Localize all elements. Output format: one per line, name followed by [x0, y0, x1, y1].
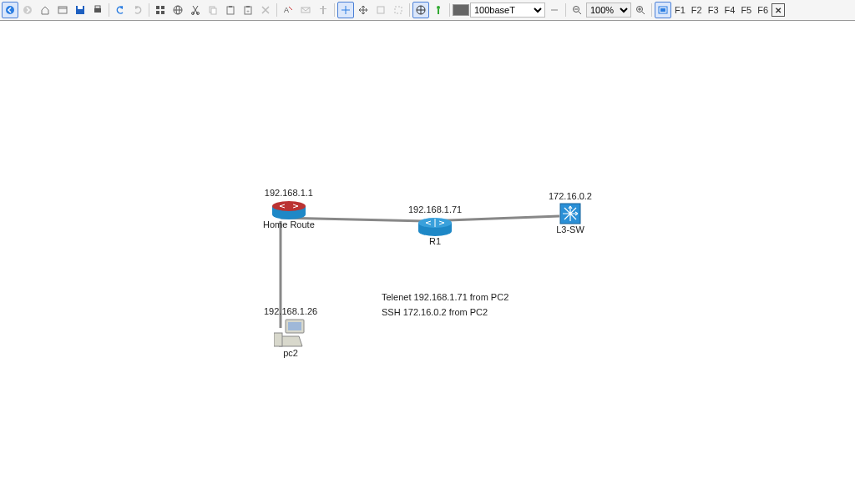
undo-icon[interactable]	[112, 2, 129, 18]
svg-rect-9	[161, 6, 164, 9]
cut-icon[interactable]	[187, 2, 204, 18]
globe-icon[interactable]	[169, 2, 186, 18]
close-panel-icon[interactable]: ✕	[772, 3, 785, 17]
svg-rect-27	[320, 8, 326, 9]
svg-rect-30	[377, 7, 384, 13]
separator	[651, 3, 652, 17]
svg-point-16	[197, 13, 200, 15]
f3-button[interactable]: F3	[706, 5, 721, 15]
separator	[149, 3, 149, 17]
node-label: Home Route	[263, 219, 315, 229]
link-apply-icon[interactable]	[546, 2, 563, 18]
ip-label: 192.168.1.1	[265, 188, 313, 198]
toolbar: + A 100baseT 100% F1 F2 F3 F4 F5 F6 ✕	[0, 0, 855, 21]
svg-rect-7	[95, 6, 100, 8]
node-label: pc2	[283, 348, 298, 358]
zoom-in-icon[interactable]	[632, 2, 649, 18]
separator	[276, 3, 277, 17]
move-tool-icon[interactable]	[355, 2, 372, 18]
print-icon[interactable]	[89, 2, 106, 18]
ip-label: 192.168.1.71	[408, 204, 462, 214]
svg-rect-31	[395, 7, 402, 13]
svg-rect-2	[58, 7, 67, 13]
f1-button[interactable]: F1	[672, 5, 688, 15]
align-icon[interactable]	[315, 2, 331, 18]
separator	[409, 3, 410, 17]
zoom-region-icon[interactable]	[390, 2, 407, 18]
separator	[334, 3, 335, 17]
svg-rect-18	[211, 8, 216, 14]
f6-button[interactable]: F6	[755, 5, 771, 15]
delete-icon[interactable]	[257, 2, 274, 18]
paste-icon[interactable]	[222, 2, 239, 18]
svg-point-15	[192, 13, 195, 15]
pointer-tool-icon[interactable]	[337, 2, 354, 18]
back-icon[interactable]	[2, 2, 18, 18]
svg-rect-55	[274, 333, 282, 346]
svg-rect-20	[229, 6, 232, 8]
l3-switch-icon	[559, 203, 581, 224]
separator	[449, 3, 450, 17]
zoom-fit-icon[interactable]	[372, 2, 389, 18]
separator	[565, 3, 566, 17]
redo-icon[interactable]	[129, 2, 146, 18]
forward-icon[interactable]	[19, 2, 36, 18]
svg-rect-45	[660, 8, 665, 12]
grid-snap-icon[interactable]	[412, 2, 429, 18]
f5-button[interactable]: F5	[738, 5, 754, 15]
node-home-router[interactable]: 192.168.1.1 Home Route	[263, 188, 315, 229]
save-icon[interactable]	[72, 2, 89, 18]
svg-point-35	[437, 6, 440, 9]
node-label: R1	[429, 236, 441, 246]
mail-icon[interactable]	[297, 2, 314, 18]
svg-rect-54	[288, 322, 301, 330]
f2-button[interactable]: F2	[689, 5, 705, 15]
svg-rect-8	[156, 6, 159, 9]
topology-canvas[interactable]: 192.168.1.1 Home Route 192.168.1.71 R1 1…	[0, 21, 855, 504]
copy-icon[interactable]	[205, 2, 221, 18]
link-color-swatch[interactable]	[453, 4, 469, 16]
router-icon	[271, 199, 306, 219]
node-label: L3-SW	[556, 224, 584, 234]
svg-line-38	[579, 12, 581, 14]
node-r1[interactable]: 192.168.1.71 R1	[408, 204, 462, 246]
paste-special-icon[interactable]: +	[240, 2, 256, 18]
link-layer	[0, 21, 855, 504]
note-line: Telenet 192.168.1.71 from PC2	[382, 290, 508, 305]
grid-icon[interactable]	[152, 2, 169, 18]
ip-label: 172.16.0.2	[549, 191, 592, 201]
workstation-icon	[274, 318, 307, 348]
svg-rect-5	[78, 6, 83, 9]
svg-rect-26	[322, 6, 324, 14]
svg-point-1	[23, 6, 32, 14]
svg-rect-6	[94, 8, 101, 13]
ip-label: 192.168.1.26	[264, 306, 317, 316]
svg-text:A: A	[284, 6, 289, 14]
separator	[109, 3, 109, 17]
svg-line-41	[642, 12, 645, 14]
canvas-note: Telenet 192.168.1.71 from PC2 SSH 172.16…	[382, 290, 508, 320]
add-node-icon[interactable]	[430, 2, 447, 18]
window-icon[interactable]	[54, 2, 71, 18]
node-pc2[interactable]: 192.168.1.26 pc2	[264, 306, 317, 358]
svg-text:+: +	[246, 8, 250, 13]
fullscreen-icon[interactable]	[655, 2, 671, 18]
f4-button[interactable]: F4	[722, 5, 738, 15]
svg-rect-22	[246, 6, 250, 8]
link-type-select[interactable]: 100baseT	[470, 3, 545, 18]
annotate-icon[interactable]: A	[280, 2, 296, 18]
svg-rect-10	[156, 11, 159, 14]
svg-rect-11	[161, 11, 164, 14]
note-line: SSH 172.16.0.2 from PC2	[382, 305, 508, 320]
zoom-out-icon[interactable]	[569, 2, 585, 18]
node-l3sw[interactable]: 172.16.0.2 L3-SW	[549, 191, 592, 234]
svg-point-0	[6, 6, 14, 14]
svg-point-48	[272, 201, 306, 211]
router-icon	[417, 216, 453, 236]
home-icon[interactable]	[37, 2, 53, 18]
svg-rect-19	[227, 7, 234, 14]
zoom-select[interactable]: 100%	[586, 3, 631, 18]
